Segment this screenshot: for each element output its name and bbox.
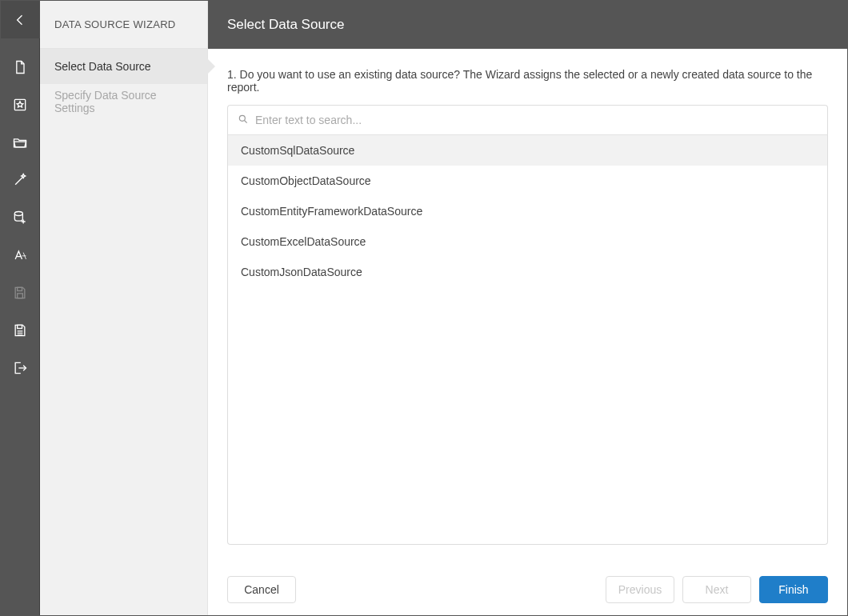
new-icon[interactable] [1, 48, 40, 86]
wizard-icon[interactable] [1, 86, 40, 123]
previous-button[interactable]: Previous [606, 576, 674, 603]
svg-line-6 [245, 120, 247, 122]
data-source-label: CustomExcelDataSource [241, 235, 366, 248]
save-as-icon[interactable] [1, 311, 40, 349]
data-source-label: CustomSqlDataSource [241, 144, 354, 157]
data-source-item[interactable]: CustomSqlDataSource [228, 135, 827, 166]
wizard-sidebar: DATA SOURCE WIZARD Select Data Source Sp… [40, 1, 208, 615]
step-label: Select Data Source [54, 60, 151, 73]
text-icon[interactable] [1, 236, 40, 274]
sidebar-title: DATA SOURCE WIZARD [40, 1, 207, 49]
step-specify-settings[interactable]: Specify Data Source Settings [40, 84, 207, 119]
icon-rail [1, 1, 40, 615]
data-source-item[interactable]: CustomExcelDataSource [228, 226, 827, 257]
save-icon[interactable] [1, 274, 40, 311]
magic-icon[interactable] [1, 161, 40, 198]
data-icon[interactable] [1, 198, 40, 236]
svg-rect-2 [18, 287, 22, 290]
svg-point-5 [239, 115, 245, 121]
exit-icon[interactable] [1, 349, 40, 386]
search-input[interactable] [255, 114, 818, 126]
data-source-label: CustomJsonDataSource [241, 266, 362, 278]
search-icon [238, 114, 249, 127]
back-icon[interactable] [1, 1, 40, 38]
cancel-button[interactable]: Cancel [227, 576, 296, 603]
search-box [227, 105, 828, 135]
data-source-item[interactable]: CustomEntityFrameworkDataSource [228, 196, 827, 226]
open-icon[interactable] [1, 123, 40, 161]
wizard-footer: Cancel Previous Next Finish [208, 564, 847, 615]
data-source-list: CustomSqlDataSource CustomObjectDataSour… [227, 135, 828, 545]
step-select-data-source[interactable]: Select Data Source [40, 49, 207, 84]
data-source-item[interactable]: CustomJsonDataSource [228, 257, 827, 287]
finish-button[interactable]: Finish [759, 576, 828, 603]
data-source-label: CustomEntityFrameworkDataSource [241, 205, 422, 218]
next-button[interactable]: Next [682, 576, 751, 603]
prompt-text: 1. Do you want to use an existing data s… [227, 68, 828, 94]
main-panel: Select Data Source 1. Do you want to use… [208, 1, 847, 615]
data-source-item[interactable]: CustomObjectDataSource [228, 166, 827, 196]
page-title: Select Data Source [208, 1, 847, 49]
step-label: Specify Data Source Settings [54, 89, 193, 114]
app-root: DATA SOURCE WIZARD Select Data Source Sp… [0, 0, 848, 616]
data-source-label: CustomObjectDataSource [241, 174, 371, 187]
svg-rect-3 [18, 293, 23, 298]
svg-rect-4 [18, 325, 22, 328]
svg-point-1 [14, 211, 22, 215]
main-body: 1. Do you want to use an existing data s… [208, 49, 847, 564]
